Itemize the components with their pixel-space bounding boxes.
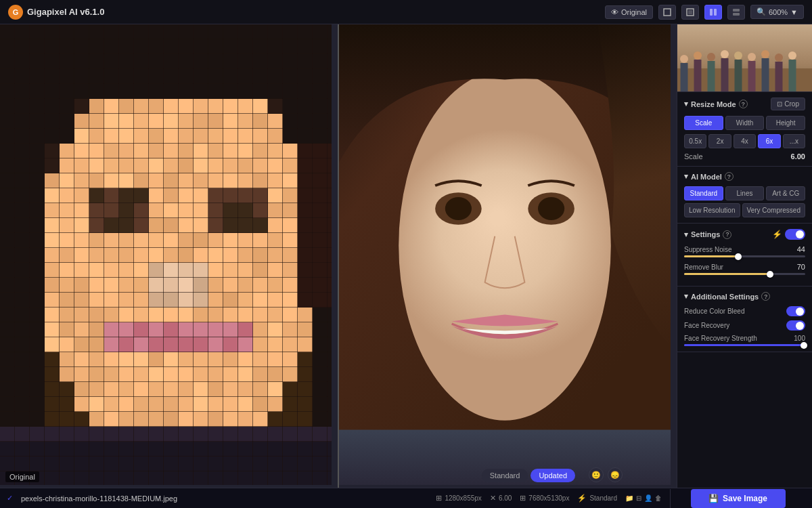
scale-stat: ✕ 6.00 bbox=[490, 494, 512, 503]
settings-header: ▾ Settings ? ⚡ bbox=[684, 229, 805, 240]
scale-6x-button[interactable]: 6x bbox=[758, 134, 780, 148]
suppress-noise-thumb[interactable] bbox=[735, 253, 742, 260]
settings-toggle[interactable] bbox=[785, 229, 805, 240]
emoji-neutral-icon[interactable]: 🙂 bbox=[589, 467, 604, 482]
app-title: Gigapixel AI v6.1.0 bbox=[27, 7, 104, 17]
model-standard-button[interactable]: Standard bbox=[684, 186, 723, 200]
compare-buttons: Standard Updated bbox=[482, 469, 575, 482]
suppress-noise-row: Suppress Noise 44 bbox=[684, 245, 805, 257]
model-artcg-button[interactable]: Art & CG bbox=[766, 186, 805, 200]
save-button-area: 💾 Save Image bbox=[670, 489, 805, 508]
face-recovery-label: Face Recovery bbox=[684, 322, 729, 329]
view-mode-split[interactable] bbox=[704, 5, 722, 20]
remove-blur-label: Remove Blur bbox=[684, 263, 723, 271]
original-panel: Original bbox=[0, 24, 339, 488]
resize-mode-header[interactable]: ▾ Resize Mode ? ⊡ Crop bbox=[684, 98, 805, 110]
settings-section: ▾ Settings ? ⚡ Suppress Noise 44 bbox=[677, 224, 812, 287]
remove-blur-thumb[interactable] bbox=[767, 271, 773, 278]
dimensions-in-icon: ⊞ bbox=[436, 494, 442, 503]
view-mode-side-by-side[interactable] bbox=[727, 5, 745, 20]
zoom-value: 600% bbox=[769, 8, 788, 16]
compare-standard-button[interactable]: Standard bbox=[482, 469, 528, 482]
additional-settings-section: ▾ Additional Settings ? Reduce Color Ble… bbox=[677, 287, 812, 352]
reduce-color-bleed-toggle[interactable] bbox=[786, 306, 805, 316]
reduce-color-bleed-label: Reduce Color Bleed bbox=[684, 308, 745, 315]
settings-title: ▾ Settings ? bbox=[684, 230, 731, 239]
bottom-bar: ✓ pexels-christina-morillo-1181438-MEDIU… bbox=[0, 488, 812, 508]
user-icon[interactable]: 👤 bbox=[644, 494, 652, 502]
dimensions-out-value: 7680x5130px bbox=[528, 494, 569, 502]
dimensions-in-stat: ⊞ 1280x855px bbox=[436, 494, 482, 503]
settings-panel: ▾ Resize Mode ? ⊡ Crop Scale Width Heigh… bbox=[677, 92, 812, 488]
trash-icon[interactable]: 🗑 bbox=[655, 494, 662, 502]
additional-settings-help-icon[interactable]: ? bbox=[761, 292, 770, 301]
svg-rect-0 bbox=[664, 9, 671, 16]
layers-icon[interactable]: ⊟ bbox=[636, 494, 641, 502]
scale-value: 6.00 bbox=[791, 152, 805, 161]
ai-model-row2: Low Resolution Very Compressed bbox=[684, 203, 805, 217]
scale-2x-button[interactable]: 2x bbox=[708, 134, 731, 148]
compare-icons: 🙂 😞 bbox=[589, 467, 623, 482]
suppress-noise-label-row: Suppress Noise 44 bbox=[684, 245, 805, 253]
ai-model-row1: Standard Lines Art & CG bbox=[684, 186, 805, 200]
image-split: Original Standard Updated 🙂 😞 bbox=[0, 24, 677, 488]
model-stat: ⚡ Standard bbox=[577, 494, 617, 503]
ai-model-help-icon[interactable]: ? bbox=[725, 172, 734, 181]
model-lowres-button[interactable]: Low Resolution bbox=[684, 203, 740, 217]
ai-model-header[interactable]: ▾ AI Model ? bbox=[684, 172, 805, 181]
save-image-button[interactable]: 💾 Save Image bbox=[691, 489, 786, 508]
image-viewer[interactable]: Original Standard Updated 🙂 😞 bbox=[0, 24, 677, 488]
svg-rect-5 bbox=[733, 9, 740, 12]
toolbar-controls: 👁 Original 🔍 600% ▼ bbox=[605, 5, 804, 20]
scale-buttons: 0.5x 2x 4x 6x ...x bbox=[684, 134, 805, 148]
remove-blur-track[interactable] bbox=[684, 273, 805, 275]
resize-mode-help-icon[interactable]: ? bbox=[739, 100, 748, 108]
thumbnail-area bbox=[677, 24, 812, 92]
scale-0.5x-button[interactable]: 0.5x bbox=[684, 134, 706, 148]
zoom-control[interactable]: 🔍 600% ▼ bbox=[750, 5, 804, 19]
face-recovery-toggle[interactable] bbox=[786, 320, 805, 331]
face-recovery-strength-label: Face Recovery Strength bbox=[684, 335, 757, 342]
ai-model-section: ▾ AI Model ? Standard Lines Art & CG Low… bbox=[677, 167, 812, 224]
scale-custom-button[interactable]: ...x bbox=[783, 134, 805, 148]
compare-updated-button[interactable]: Updated bbox=[531, 469, 575, 482]
model-stat-value: Standard bbox=[589, 494, 617, 502]
face-recovery-strength-thumb[interactable] bbox=[800, 342, 807, 349]
width-mode-button[interactable]: Width bbox=[725, 116, 765, 130]
zoom-icon: 🔍 bbox=[757, 7, 766, 16]
reduce-color-bleed-row: Reduce Color Bleed bbox=[684, 306, 805, 316]
resize-mode-section: ▾ Resize Mode ? ⊡ Crop Scale Width Heigh… bbox=[677, 92, 812, 167]
right-panel: ▾ Resize Mode ? ⊡ Crop Scale Width Heigh… bbox=[677, 24, 812, 488]
enhanced-panel: Standard Updated 🙂 😞 bbox=[339, 24, 677, 488]
view-mode-single-right[interactable] bbox=[681, 5, 699, 20]
face-recovery-strength-label-row: Face Recovery Strength 100 bbox=[684, 335, 805, 342]
save-icon: 💾 bbox=[708, 494, 719, 503]
suppress-noise-track[interactable] bbox=[684, 255, 805, 257]
additional-settings-header[interactable]: ▾ Additional Settings ? bbox=[684, 292, 805, 301]
original-toggle-button[interactable]: 👁 Original bbox=[605, 5, 653, 19]
scale-4x-button[interactable]: 4x bbox=[734, 134, 756, 148]
remove-blur-value: 70 bbox=[797, 263, 805, 271]
view-mode-single-left[interactable] bbox=[658, 5, 676, 20]
crop-button[interactable]: ⊡ Crop bbox=[771, 98, 805, 110]
face-recovery-strength-track[interactable] bbox=[684, 344, 805, 346]
model-compressed-button[interactable]: Very Compressed bbox=[742, 203, 805, 217]
dimensions-in-value: 1280x855px bbox=[445, 494, 482, 502]
original-label: Original bbox=[621, 8, 647, 16]
folder-icon[interactable]: 📁 bbox=[625, 494, 633, 502]
scale-mode-button[interactable]: Scale bbox=[684, 116, 723, 130]
extra-icons: 📁 ⊟ 👤 🗑 bbox=[625, 494, 662, 502]
svg-rect-6 bbox=[733, 13, 740, 16]
svg-rect-3 bbox=[710, 9, 713, 16]
height-mode-button[interactable]: Height bbox=[766, 116, 805, 130]
settings-help-icon[interactable]: ? bbox=[723, 230, 731, 239]
original-label: Original bbox=[5, 471, 39, 482]
bottom-info: ⊞ 1280x855px ✕ 6.00 ⊞ 7680x5130px ⚡ Stan… bbox=[436, 494, 662, 503]
emoji-sad-icon[interactable]: 😞 bbox=[608, 467, 623, 482]
additional-settings-title: ▾ Additional Settings ? bbox=[684, 292, 770, 301]
dimensions-out-stat: ⊞ 7680x5130px bbox=[520, 494, 569, 503]
model-stat-icon: ⚡ bbox=[577, 494, 587, 503]
main-area: Original Standard Updated 🙂 😞 bbox=[0, 24, 812, 488]
model-lines-button[interactable]: Lines bbox=[725, 186, 765, 200]
dimensions-out-icon: ⊞ bbox=[520, 494, 526, 503]
